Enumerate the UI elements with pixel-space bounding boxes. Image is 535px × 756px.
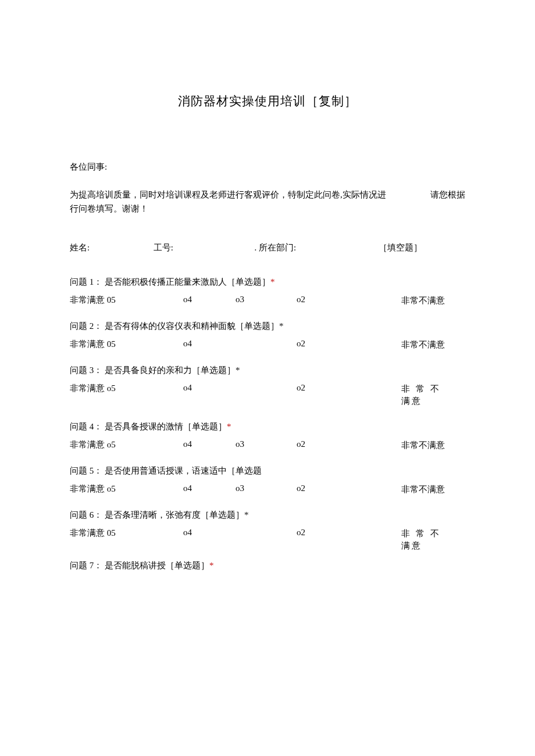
option-1-label: 非常不满意 <box>401 483 448 496</box>
option-5[interactable]: 非常满意 05 <box>70 339 183 350</box>
question-text: 问题 4： 是否具备授课的激情［单选题］ <box>70 422 227 431</box>
intro-line2: 行问卷填写。谢谢！ <box>70 204 148 213</box>
option-1-label: 非常不满意 <box>401 339 448 351</box>
option-1-label: 非 常 不 满意 <box>401 383 454 407</box>
option-3[interactable]: o3 <box>236 483 297 493</box>
question-text: 问题 5： 是否使用普通话授课，语速适中［单选题 <box>70 466 262 475</box>
option-1-label: 非常不满意 <box>401 439 448 452</box>
options-row: 非常满意 05 o4 o2 非 常 不 满意 <box>70 528 465 552</box>
intro-paragraph: 为提高培训质量，同时对培训课程及老师进行客观评价，特制定此问卷,实际情况进 请您… <box>70 188 465 216</box>
option-4[interactable]: o4 <box>183 528 236 538</box>
question-text: 问题 3： 是否具备良好的亲和力［单选题］* <box>70 366 240 375</box>
question-title: 问题 3： 是否具备良好的亲和力［单选题］* <box>70 365 465 376</box>
fill-tag: ［填空题］ <box>379 242 422 253</box>
option-3[interactable]: o3 <box>236 439 297 449</box>
option-5[interactable]: 非常满意 o5 <box>70 483 183 495</box>
intro-left: 为提高培训质量，同时对培训课程及老师进行客观评价，特制定此问卷,实际情况进 <box>70 190 386 199</box>
required-star: * <box>209 561 214 570</box>
question-title: 问题 5： 是否使用普通话授课，语速适中［单选题 <box>70 465 465 476</box>
option-3[interactable]: o3 <box>236 295 297 304</box>
fill-empno-label: 工号: <box>154 242 252 253</box>
fill-dept-label: . 所在部门: <box>255 242 377 253</box>
option-4[interactable]: o4 <box>183 483 236 493</box>
question-text: 问题 1： 是否能积极传播正能量来激励人［单选题］ <box>70 277 270 286</box>
option-2[interactable]: o2 <box>297 528 401 538</box>
option-5[interactable]: 非常满意 o5 <box>70 439 183 450</box>
option-1-label: 非常不满意 <box>401 295 448 307</box>
option-2[interactable]: o2 <box>297 295 401 304</box>
options-row: 非常满意 o5 o4 o3 o2 非常不满意 <box>70 483 465 496</box>
intro-right: 请您根据 <box>430 188 465 202</box>
fill-name-label: 姓名: <box>70 242 151 253</box>
greeting-text: 各位同事: <box>70 162 465 173</box>
question-text: 问题 2： 是否有得体的仪容仪表和精神面貌［单选题］* <box>70 321 284 331</box>
option-4[interactable]: o4 <box>183 439 236 449</box>
option-4[interactable]: o4 <box>183 339 236 349</box>
option-5[interactable]: 非常满意 05 <box>70 528 183 539</box>
question-title: 问题 7： 是否能脱稿讲授［单选题］* <box>70 560 465 571</box>
fill-in-row: 姓名: 工号: . 所在部门: ［填空题］ <box>70 242 465 253</box>
question-text: 问题 7： 是否能脱稿讲授［单选题］ <box>70 561 209 570</box>
option-2[interactable]: o2 <box>297 383 401 393</box>
required-star: * <box>227 422 231 431</box>
option-2[interactable]: o2 <box>297 339 401 349</box>
option-4[interactable]: o4 <box>183 383 236 393</box>
question-title: 问题 6： 是否条理清晰，张弛有度［单选题］* <box>70 510 465 521</box>
option-5[interactable]: 非常满意 05 <box>70 295 183 306</box>
question-text: 问题 6： 是否条理清晰，张弛有度［单选题］* <box>70 510 249 519</box>
option-5[interactable]: 非常满意 o5 <box>70 383 183 394</box>
question-title: 问题 4： 是否具备授课的激情［单选题］* <box>70 421 465 432</box>
option-1-label: 非 常 不 满意 <box>401 528 454 552</box>
options-row: 非常满意 05 o4 o3 o2 非常不满意 <box>70 295 465 307</box>
document-page: 消防器材实操使用培训［复制］ 各位同事: 为提高培训质量，同时对培训课程及老师进… <box>0 0 535 571</box>
option-2[interactable]: o2 <box>297 439 401 449</box>
required-star: * <box>270 277 275 286</box>
page-title: 消防器材实操使用培训［复制］ <box>70 93 465 109</box>
options-row: 非常满意 05 o4 o2 非常不满意 <box>70 339 465 351</box>
options-row: 非常满意 o5 o4 o2 非 常 不 满意 <box>70 383 465 407</box>
question-title: 问题 2： 是否有得体的仪容仪表和精神面貌［单选题］* <box>70 321 465 332</box>
options-row: 非常满意 o5 o4 o3 o2 非常不满意 <box>70 439 465 452</box>
option-2[interactable]: o2 <box>297 483 401 493</box>
option-4[interactable]: o4 <box>183 295 236 304</box>
question-title: 问题 1： 是否能积极传播正能量来激励人［单选题］* <box>70 277 465 288</box>
